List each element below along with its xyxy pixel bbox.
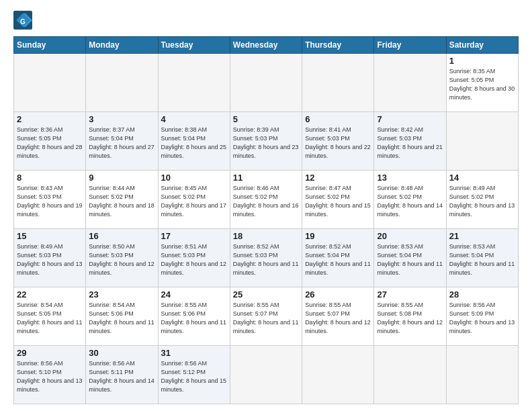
day-info: Sunrise: 8:56 AMSunset: 5:12 PMDaylight:…	[161, 359, 227, 394]
day-info: Sunrise: 8:39 AMSunset: 5:03 PMDaylight:…	[233, 126, 299, 161]
week-row-3: 8Sunrise: 8:43 AMSunset: 5:03 PMDaylight…	[14, 171, 519, 229]
day-header-monday: Monday	[86, 37, 158, 54]
day-cell-3: 3Sunrise: 8:37 AMSunset: 5:04 PMDaylight…	[86, 112, 158, 171]
day-cell-16: 16Sunrise: 8:50 AMSunset: 5:03 PMDayligh…	[86, 229, 158, 287]
day-number: 27	[377, 289, 443, 300]
empty-cell	[374, 54, 446, 112]
empty-cell	[230, 346, 302, 404]
day-info: Sunrise: 8:41 AMSunset: 5:03 PMDaylight:…	[305, 126, 371, 161]
day-cell-6: 6Sunrise: 8:41 AMSunset: 5:03 PMDaylight…	[302, 112, 374, 171]
day-header-thursday: Thursday	[302, 37, 374, 54]
day-number: 22	[17, 289, 83, 300]
day-number: 6	[305, 114, 371, 124]
empty-cell	[14, 54, 86, 112]
day-info: Sunrise: 8:37 AMSunset: 5:04 PMDaylight:…	[89, 126, 154, 161]
day-number: 17	[161, 231, 227, 241]
day-number: 21	[449, 231, 515, 241]
day-cell-28: 28Sunrise: 8:56 AMSunset: 5:09 PMDayligh…	[446, 287, 518, 346]
empty-cell	[446, 112, 518, 171]
day-info: Sunrise: 8:51 AMSunset: 5:03 PMDaylight:…	[161, 242, 227, 277]
day-cell-22: 22Sunrise: 8:54 AMSunset: 5:05 PMDayligh…	[14, 287, 86, 346]
day-cell-7: 7Sunrise: 8:42 AMSunset: 5:03 PMDaylight…	[374, 112, 446, 171]
day-info: Sunrise: 8:36 AMSunset: 5:05 PMDaylight:…	[17, 126, 83, 161]
header: G	[13, 11, 519, 30]
day-info: Sunrise: 8:49 AMSunset: 5:03 PMDaylight:…	[17, 242, 83, 277]
day-info: Sunrise: 8:55 AMSunset: 5:06 PMDaylight:…	[161, 301, 227, 336]
day-number: 5	[233, 114, 299, 124]
day-info: Sunrise: 8:42 AMSunset: 5:03 PMDaylight:…	[377, 126, 443, 161]
day-number: 26	[305, 289, 371, 300]
day-header-sunday: Sunday	[14, 37, 86, 54]
day-number: 29	[17, 348, 83, 358]
day-number: 14	[449, 173, 515, 183]
empty-cell	[446, 346, 518, 404]
day-number: 25	[233, 289, 299, 300]
day-info: Sunrise: 8:54 AMSunset: 5:06 PMDaylight:…	[89, 301, 154, 336]
empty-cell	[158, 54, 230, 112]
empty-cell	[374, 346, 446, 404]
day-info: Sunrise: 8:52 AMSunset: 5:04 PMDaylight:…	[305, 242, 371, 277]
day-info: Sunrise: 8:47 AMSunset: 5:02 PMDaylight:…	[305, 184, 371, 219]
day-info: Sunrise: 8:45 AMSunset: 5:02 PMDaylight:…	[161, 184, 227, 219]
day-cell-20: 20Sunrise: 8:53 AMSunset: 5:04 PMDayligh…	[374, 229, 446, 287]
day-info: Sunrise: 8:53 AMSunset: 5:04 PMDaylight:…	[377, 242, 443, 277]
day-cell-21: 21Sunrise: 8:53 AMSunset: 5:04 PMDayligh…	[446, 229, 518, 287]
day-number: 30	[89, 348, 154, 358]
empty-cell	[302, 54, 374, 112]
calendar: SundayMondayTuesdayWednesdayThursdayFrid…	[13, 36, 519, 404]
day-cell-30: 30Sunrise: 8:56 AMSunset: 5:11 PMDayligh…	[86, 346, 158, 404]
calendar-header-row: SundayMondayTuesdayWednesdayThursdayFrid…	[14, 37, 519, 54]
day-cell-27: 27Sunrise: 8:55 AMSunset: 5:08 PMDayligh…	[374, 287, 446, 346]
day-cell-11: 11Sunrise: 8:46 AMSunset: 5:02 PMDayligh…	[230, 171, 302, 229]
day-cell-26: 26Sunrise: 8:55 AMSunset: 5:07 PMDayligh…	[302, 287, 374, 346]
day-number: 9	[89, 173, 154, 183]
empty-cell	[230, 54, 302, 112]
day-info: Sunrise: 8:54 AMSunset: 5:05 PMDaylight:…	[17, 301, 83, 336]
day-number: 19	[305, 231, 371, 241]
day-info: Sunrise: 8:44 AMSunset: 5:02 PMDaylight:…	[89, 184, 154, 219]
day-info: Sunrise: 8:56 AMSunset: 5:10 PMDaylight:…	[17, 359, 83, 394]
day-info: Sunrise: 8:35 AMSunset: 5:05 PMDaylight:…	[449, 67, 515, 102]
week-row-1: 1Sunrise: 8:35 AMSunset: 5:05 PMDaylight…	[14, 54, 519, 112]
day-number: 11	[233, 173, 299, 183]
day-cell-12: 12Sunrise: 8:47 AMSunset: 5:02 PMDayligh…	[302, 171, 374, 229]
day-info: Sunrise: 8:55 AMSunset: 5:08 PMDaylight:…	[377, 301, 443, 336]
svg-text:G: G	[20, 18, 26, 26]
day-number: 1	[449, 56, 515, 66]
day-info: Sunrise: 8:48 AMSunset: 5:02 PMDaylight:…	[377, 184, 443, 219]
day-number: 18	[233, 231, 299, 241]
day-number: 13	[377, 173, 443, 183]
day-number: 16	[89, 231, 154, 241]
day-number: 31	[161, 348, 227, 358]
day-cell-24: 24Sunrise: 8:55 AMSunset: 5:06 PMDayligh…	[158, 287, 230, 346]
day-cell-10: 10Sunrise: 8:45 AMSunset: 5:02 PMDayligh…	[158, 171, 230, 229]
day-number: 12	[305, 173, 371, 183]
day-info: Sunrise: 8:43 AMSunset: 5:03 PMDaylight:…	[17, 184, 83, 219]
day-info: Sunrise: 8:56 AMSunset: 5:11 PMDaylight:…	[89, 359, 154, 394]
day-cell-1: 1Sunrise: 8:35 AMSunset: 5:05 PMDaylight…	[446, 54, 518, 112]
day-cell-19: 19Sunrise: 8:52 AMSunset: 5:04 PMDayligh…	[302, 229, 374, 287]
day-cell-9: 9Sunrise: 8:44 AMSunset: 5:02 PMDaylight…	[86, 171, 158, 229]
day-info: Sunrise: 8:50 AMSunset: 5:03 PMDaylight:…	[89, 242, 154, 277]
day-number: 7	[377, 114, 443, 124]
day-number: 15	[17, 231, 83, 241]
day-header-tuesday: Tuesday	[158, 37, 230, 54]
day-cell-14: 14Sunrise: 8:49 AMSunset: 5:02 PMDayligh…	[446, 171, 518, 229]
day-cell-23: 23Sunrise: 8:54 AMSunset: 5:06 PMDayligh…	[86, 287, 158, 346]
day-header-friday: Friday	[374, 37, 446, 54]
day-cell-31: 31Sunrise: 8:56 AMSunset: 5:12 PMDayligh…	[158, 346, 230, 404]
day-cell-29: 29Sunrise: 8:56 AMSunset: 5:10 PMDayligh…	[14, 346, 86, 404]
day-number: 23	[89, 289, 154, 300]
day-info: Sunrise: 8:55 AMSunset: 5:07 PMDaylight:…	[305, 301, 371, 336]
day-number: 24	[161, 289, 227, 300]
day-info: Sunrise: 8:52 AMSunset: 5:03 PMDaylight:…	[233, 242, 299, 277]
day-cell-13: 13Sunrise: 8:48 AMSunset: 5:02 PMDayligh…	[374, 171, 446, 229]
day-cell-8: 8Sunrise: 8:43 AMSunset: 5:03 PMDaylight…	[14, 171, 86, 229]
day-info: Sunrise: 8:55 AMSunset: 5:07 PMDaylight:…	[233, 301, 299, 336]
day-cell-4: 4Sunrise: 8:38 AMSunset: 5:04 PMDaylight…	[158, 112, 230, 171]
day-cell-18: 18Sunrise: 8:52 AMSunset: 5:03 PMDayligh…	[230, 229, 302, 287]
day-header-saturday: Saturday	[446, 37, 518, 54]
day-number: 4	[161, 114, 227, 124]
day-info: Sunrise: 8:46 AMSunset: 5:02 PMDaylight:…	[233, 184, 299, 219]
logo: G	[13, 11, 34, 30]
